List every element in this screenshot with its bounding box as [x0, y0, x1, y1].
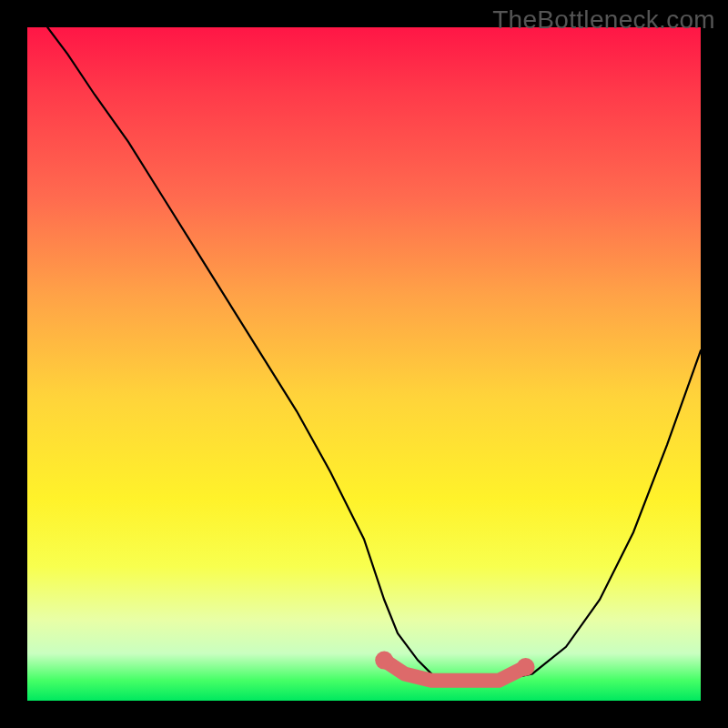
- safe-band-marker: [384, 661, 525, 681]
- curve-layer: [27, 27, 701, 701]
- chart-frame: TheBottleneck.com: [0, 0, 728, 728]
- band-dot: [375, 652, 393, 670]
- bottleneck-curve: [47, 27, 701, 681]
- plot-area: [27, 27, 701, 701]
- watermark-label: TheBottleneck.com: [492, 5, 715, 35]
- band-dot: [517, 658, 535, 676]
